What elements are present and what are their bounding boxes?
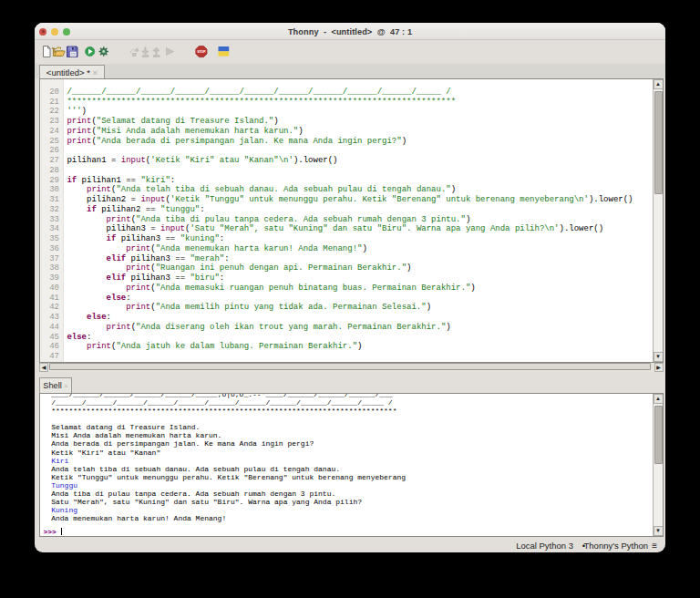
svg-text:STOP: STOP (197, 50, 206, 54)
